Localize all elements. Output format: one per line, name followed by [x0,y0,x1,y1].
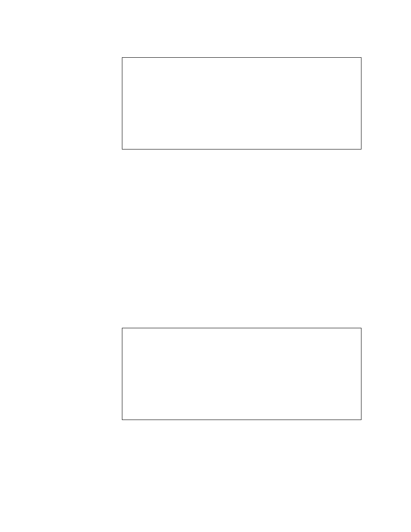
rectangle-box-1 [122,57,361,149]
rectangle-box-2 [122,328,361,420]
